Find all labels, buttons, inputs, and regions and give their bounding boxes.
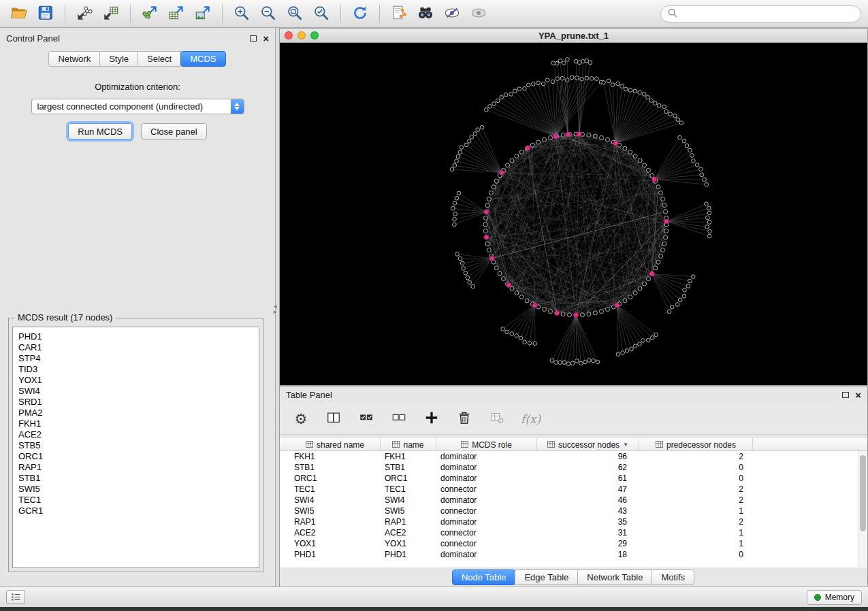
- refresh-button[interactable]: [348, 3, 372, 24]
- mcds-node-item[interactable]: SWI4: [18, 386, 253, 397]
- select-all-button[interactable]: [357, 410, 375, 428]
- table-row[interactable]: ACE2ACE2connector311: [280, 527, 858, 538]
- column-header-MCDS-role[interactable]: MCDS role: [436, 438, 537, 451]
- export-table-button[interactable]: [164, 3, 189, 24]
- zoom-in-button[interactable]: [229, 3, 254, 24]
- mcds-node-item[interactable]: SRD1: [18, 397, 253, 408]
- open-folder-button[interactable]: [7, 3, 31, 24]
- tab-edge-table[interactable]: Edge Table: [515, 569, 578, 585]
- search-input[interactable]: [682, 9, 855, 19]
- mcds-node-item[interactable]: TID3: [18, 364, 253, 375]
- mcds-node-item[interactable]: RAP1: [18, 462, 253, 473]
- mcds-node-item[interactable]: SWI5: [18, 484, 253, 495]
- import-table-button[interactable]: [99, 3, 123, 24]
- binoculars-button[interactable]: [413, 3, 438, 24]
- mcds-node-item[interactable]: ACE2: [18, 429, 253, 440]
- mcds-node-item[interactable]: FKH1: [18, 418, 253, 429]
- mcds-node-item[interactable]: PHD1: [18, 331, 253, 342]
- table-row[interactable]: SWI5SWI5connector431: [280, 506, 858, 516]
- cell-successors: 61: [537, 474, 639, 483]
- tab-motifs[interactable]: Motifs: [652, 569, 694, 585]
- cell-successors: 29: [537, 539, 639, 548]
- status-menu-button[interactable]: [6, 590, 25, 604]
- cell-name: TEC1: [381, 484, 436, 494]
- close-table-panel-icon[interactable]: ×: [855, 390, 861, 400]
- open-folder-icon: [10, 4, 28, 24]
- zoom-out-icon: [259, 4, 277, 24]
- cell-shared_name: SWI4: [290, 495, 381, 505]
- share-document-button[interactable]: [387, 3, 411, 24]
- network-window-titlebar[interactable]: YPA_prune.txt_1: [280, 29, 867, 43]
- tab-mcds[interactable]: MCDS: [180, 51, 225, 67]
- tab-network[interactable]: Network: [48, 51, 100, 67]
- search-box[interactable]: [660, 5, 861, 22]
- table-row[interactable]: TEC1TEC1connector472: [280, 484, 858, 495]
- tab-network-table[interactable]: Network Table: [577, 569, 652, 585]
- add-row-button[interactable]: [423, 410, 440, 428]
- mcds-node-item[interactable]: CAR1: [18, 342, 253, 353]
- mcds-result-list[interactable]: PHD1CAR1STP4TID3YOX1SWI4SRD1PMA2FKH1ACE2…: [12, 327, 259, 568]
- function-builder-button[interactable]: f(x): [521, 412, 541, 426]
- run-mcds-button[interactable]: Run MCDS: [68, 123, 132, 139]
- close-panel-icon[interactable]: ×: [263, 33, 269, 44]
- table-scrollbar[interactable]: [858, 451, 867, 567]
- table-row[interactable]: PHD1PHD1dominator180: [280, 549, 858, 560]
- split-columns-button[interactable]: [325, 410, 342, 428]
- table-row[interactable]: SWI4SWI4dominator462: [280, 495, 858, 506]
- cell-shared_name: RAP1: [290, 517, 381, 527]
- memory-button[interactable]: Memory: [807, 590, 862, 605]
- network-canvas[interactable]: [280, 43, 867, 385]
- mcds-node-item[interactable]: GCR1: [18, 506, 253, 516]
- table-row[interactable]: ORC1ORC1dominator610: [280, 473, 858, 484]
- delete-table-button[interactable]: [488, 410, 506, 428]
- zoom-selected-button[interactable]: [309, 3, 334, 24]
- tab-select[interactable]: Select: [138, 51, 181, 67]
- column-label: successor nodes: [558, 440, 620, 450]
- splitter-handle-icon[interactable]: ◂▸: [274, 303, 277, 314]
- close-panel-button[interactable]: Close panel: [141, 123, 207, 139]
- table-header-row: shared namenameMCDS rolesuccessor nodes▼…: [280, 438, 867, 451]
- float-window-icon[interactable]: [250, 35, 257, 42]
- export-image-icon: [194, 4, 212, 24]
- column-header-shared-name[interactable]: shared name: [290, 438, 381, 451]
- import-network-button[interactable]: [72, 3, 97, 24]
- table-row[interactable]: FKH1FKH1dominator962: [280, 451, 858, 462]
- mcds-node-item[interactable]: PMA2: [18, 408, 253, 418]
- table-row[interactable]: RAP1RAP1dominator352: [280, 516, 858, 527]
- save-button[interactable]: [33, 3, 58, 24]
- cell-role: dominator: [436, 517, 537, 527]
- dropdown-selected-value: largest connected component (undirected): [32, 101, 231, 112]
- cell-role: connector: [436, 528, 537, 538]
- export-network-button[interactable]: [138, 3, 162, 24]
- float-table-panel-icon[interactable]: [842, 392, 849, 398]
- mcds-node-item[interactable]: TEC1: [18, 495, 253, 506]
- delete-row-button[interactable]: [455, 410, 473, 428]
- table-row[interactable]: STB1STB1dominator620: [280, 462, 858, 473]
- mcds-node-item[interactable]: YOX1: [18, 375, 253, 386]
- cell-name: FKH1: [381, 452, 436, 461]
- clear-selection-button[interactable]: [390, 410, 408, 428]
- zoom-out-button[interactable]: [256, 3, 280, 24]
- column-header-name[interactable]: name: [381, 438, 436, 451]
- optimization-criterion-dropdown[interactable]: largest connected component (undirected): [31, 99, 244, 114]
- hide-details-button[interactable]: [466, 3, 491, 24]
- cell-role: dominator: [436, 495, 537, 505]
- cell-shared_name: SWI5: [290, 506, 381, 516]
- gear-button[interactable]: ⚙: [292, 410, 310, 428]
- mcds-node-item[interactable]: STP4: [18, 353, 253, 364]
- mcds-node-item[interactable]: ORC1: [18, 451, 253, 462]
- scrollbar-thumb[interactable]: [860, 455, 866, 531]
- mcds-node-item[interactable]: STB5: [18, 440, 253, 451]
- column-header-successor-nodes[interactable]: successor nodes▼: [537, 438, 639, 451]
- show-details-button[interactable]: [440, 3, 464, 24]
- export-image-button[interactable]: [191, 3, 215, 24]
- mcds-node-item[interactable]: STB1: [18, 473, 253, 484]
- table-row[interactable]: YOX1YOX1connector291: [280, 538, 858, 549]
- tab-node-table[interactable]: Node Table: [452, 569, 516, 585]
- tab-style[interactable]: Style: [99, 51, 138, 67]
- zoom-fit-button[interactable]: [283, 3, 307, 24]
- column-header-predecessor-nodes[interactable]: predecessor nodes: [639, 438, 753, 451]
- cell-name: PHD1: [381, 550, 436, 559]
- split-columns-icon: [326, 410, 341, 427]
- network-title: YPA_prune.txt_1: [280, 31, 867, 41]
